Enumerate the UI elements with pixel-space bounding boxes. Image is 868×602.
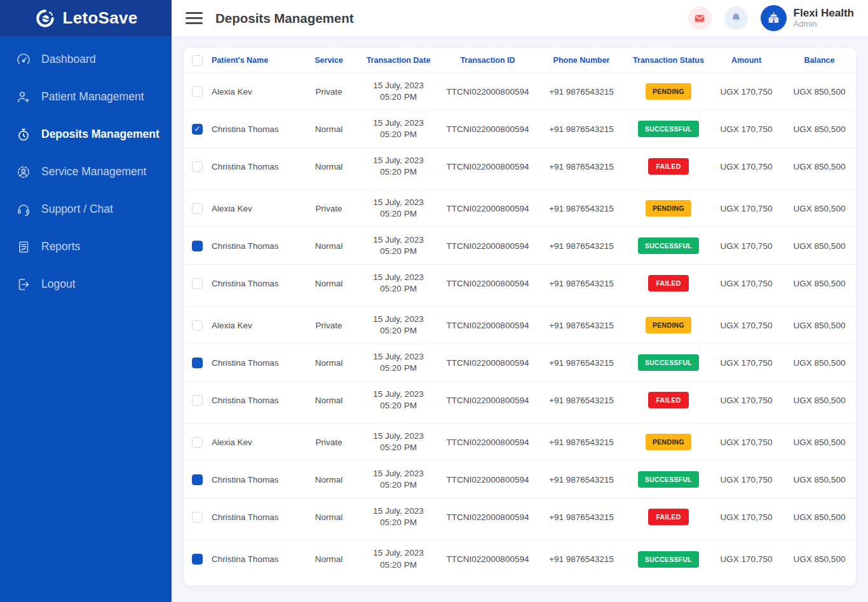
cell-patient-name: Christina Thomas — [205, 241, 301, 251]
avatar — [761, 5, 787, 31]
date-line: 15 July, 2023 — [357, 431, 440, 442]
row-checkbox[interactable] — [192, 395, 203, 406]
time-line: 05:20 PM — [357, 325, 440, 337]
sidebar-item-dashboard[interactable]: Dashboard — [0, 41, 172, 78]
row-checkbox[interactable] — [192, 86, 203, 97]
user-menu[interactable]: Flexi Health Admin — [761, 5, 854, 31]
logo[interactable]: LetoSave — [0, 0, 172, 36]
date-line: 15 July, 2023 — [357, 197, 440, 208]
cell-transaction-date: 15 July, 2023 05:20 PM — [357, 547, 440, 570]
cell-transaction-date: 15 July, 2023 05:20 PM — [357, 389, 440, 411]
cell-transaction-id: TTCNI022000800594 — [440, 396, 536, 405]
cell-transaction-date: 15 July, 2023 05:20 PM — [357, 468, 440, 491]
row-checkbox[interactable] — [192, 278, 203, 289]
cell-service: Normal — [301, 124, 357, 134]
cell-service: Normal — [301, 279, 357, 288]
sidebar-item-label: Service Management — [41, 165, 146, 178]
sidebar-item-service-management[interactable]: Service Management — [0, 153, 172, 191]
cell-service: Normal — [301, 162, 357, 171]
cell-balance: UGX 850,500 — [783, 512, 856, 522]
row-checkbox[interactable] — [192, 161, 203, 172]
notifications-button[interactable] — [724, 6, 748, 30]
select-all-checkbox[interactable] — [192, 55, 203, 66]
col-patients-name[interactable]: Patient's Name — [205, 56, 301, 65]
status-badge: FAILED — [648, 392, 689, 408]
cell-phone-number: +91 9876543215 — [536, 396, 627, 405]
table-row: Alexia Kev Private 15 July, 2023 05:20 P… — [184, 307, 856, 344]
sidebar-item-patient-management[interactable]: Patient Management — [0, 78, 172, 116]
row-checkbox[interactable] — [192, 124, 203, 135]
table-row: Christina Thomas Normal 15 July, 2023 05… — [184, 344, 856, 382]
cell-patient-name: Christina Thomas — [205, 396, 301, 405]
time-line: 05:20 PM — [357, 363, 440, 374]
cell-transaction-id: TTCNI022000800594 — [440, 321, 536, 330]
person-add-icon — [15, 89, 32, 105]
time-line: 05:20 PM — [357, 91, 440, 103]
status-badge: FAILED — [648, 509, 689, 525]
time-line: 05:20 PM — [357, 129, 440, 140]
date-line: 15 July, 2023 — [357, 117, 440, 129]
col-phone-number[interactable]: Phone Number — [536, 56, 627, 65]
row-checkbox[interactable] — [192, 437, 203, 448]
user-name: Flexi Health — [794, 7, 854, 20]
letosave-logo-icon — [34, 7, 57, 30]
gauge-icon — [15, 51, 32, 68]
cell-transaction-id: TTCNI022000800594 — [440, 475, 536, 485]
headset-icon — [15, 201, 32, 218]
col-transaction-status[interactable]: Transaction Status — [627, 56, 710, 65]
sidebar-item-label: Reports — [41, 240, 80, 253]
row-checkbox[interactable] — [192, 474, 203, 485]
cell-transaction-id: TTCNI022000800594 — [440, 162, 536, 171]
cell-phone-number: +91 9876543215 — [536, 204, 627, 213]
sidebar-nav: Dashboard Patient Management Deposits Ma… — [0, 36, 172, 303]
cell-patient-name: Christina Thomas — [205, 279, 301, 288]
row-checkbox[interactable] — [192, 241, 203, 251]
row-checkbox[interactable] — [192, 358, 203, 368]
cell-patient-name: Christina Thomas — [205, 554, 301, 564]
cell-transaction-date: 15 July, 2023 05:20 PM — [357, 351, 440, 374]
time-line: 05:20 PM — [357, 246, 440, 257]
sidebar-item-deposits-management[interactable]: Deposits Management — [0, 116, 172, 153]
col-transaction-id[interactable]: Transaction ID — [440, 56, 536, 65]
cell-balance: UGX 850,500 — [783, 475, 856, 485]
sidebar-item-label: Deposits Management — [41, 128, 159, 141]
mail-button[interactable] — [688, 6, 712, 30]
table-row: Alexia Kev Private 15 July, 2023 05:20 P… — [184, 73, 856, 110]
cell-transaction-date: 15 July, 2023 05:20 PM — [357, 197, 440, 220]
row-checkbox[interactable] — [192, 554, 203, 565]
col-transaction-date[interactable]: Transaction Date — [357, 56, 440, 65]
cell-phone-number: +91 9876543215 — [536, 438, 627, 447]
time-line: 05:20 PM — [357, 283, 440, 295]
cell-patient-name: Alexia Kev — [205, 204, 301, 213]
cell-service: Normal — [301, 358, 357, 368]
date-line: 15 July, 2023 — [357, 234, 440, 246]
cell-transaction-date: 15 July, 2023 05:20 PM — [357, 505, 440, 528]
cell-patient-name: Alexia Kev — [205, 321, 301, 330]
bell-icon — [729, 11, 743, 25]
user-role: Admin — [794, 20, 854, 29]
cell-transaction-id: TTCNI022000800594 — [440, 124, 536, 134]
row-checkbox[interactable] — [192, 512, 203, 523]
date-line: 15 July, 2023 — [357, 389, 440, 400]
cell-transaction-id: TTCNI022000800594 — [440, 241, 536, 251]
menu-toggle-icon[interactable] — [186, 9, 203, 27]
cell-amount: UGX 170,750 — [710, 279, 783, 288]
col-amount[interactable]: Amount — [710, 56, 783, 65]
status-badge: SUCCESSFUL — [638, 121, 699, 137]
stopwatch-icon — [15, 126, 32, 143]
sidebar-item-support-chat[interactable]: Support / Chat — [0, 191, 172, 228]
col-balance[interactable]: Balance — [783, 56, 856, 65]
mail-icon — [693, 11, 707, 25]
cell-transaction-id: TTCNI022000800594 — [440, 512, 536, 522]
row-checkbox[interactable] — [192, 320, 203, 331]
sidebar-item-reports[interactable]: Reports — [0, 228, 172, 265]
date-line: 15 July, 2023 — [357, 80, 440, 91]
sidebar-item-logout[interactable]: Logout — [0, 265, 172, 303]
sidebar-item-label: Logout — [41, 278, 76, 291]
col-service[interactable]: Service — [301, 56, 357, 65]
row-checkbox[interactable] — [192, 203, 203, 214]
sidebar-item-label: Dashboard — [41, 53, 96, 66]
cell-patient-name: Christina Thomas — [205, 162, 301, 171]
status-badge: PENDING — [646, 200, 691, 217]
table-body: Alexia Kev Private 15 July, 2023 05:20 P… — [184, 73, 856, 578]
